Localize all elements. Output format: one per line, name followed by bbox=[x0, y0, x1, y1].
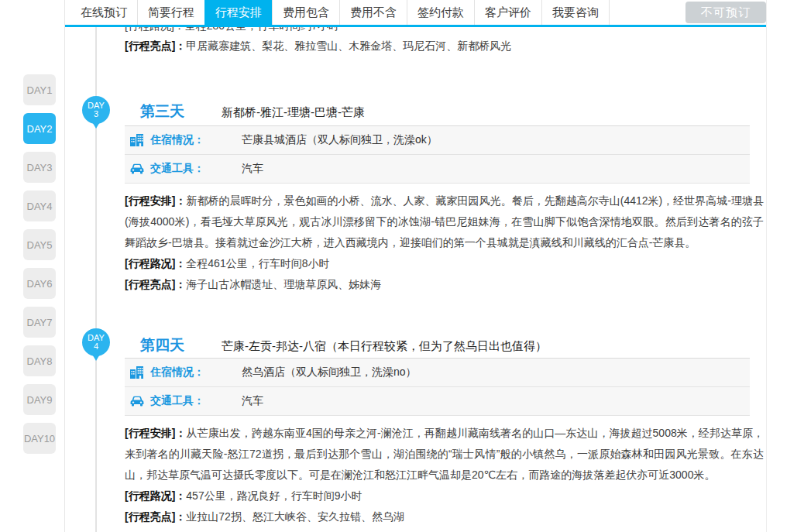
sidebar-item-day7[interactable]: DAY7 bbox=[23, 307, 56, 338]
itinerary-panel: [行程路况]：全程280公里，行车时间约7小时 [行程亮点]：甲居藏寨建筑、梨花… bbox=[64, 0, 767, 532]
tab-consult[interactable]: 我要咨询 bbox=[541, 0, 610, 25]
sidebar-item-day2[interactable]: DAY2 bbox=[23, 113, 56, 144]
car-icon bbox=[130, 395, 144, 407]
highlight-label: [行程亮点]： bbox=[125, 278, 186, 290]
day3-header: 第三天 新都桥-雅江-理塘-巴塘-芒康 bbox=[125, 101, 365, 122]
day4-title: 第四天 bbox=[140, 335, 184, 355]
pin-day-number: 4 bbox=[94, 342, 98, 351]
highlight-text: 甲居藏寨建筑、梨花、雅拉雪山、木雅金塔、玛尼石河、新都桥风光 bbox=[186, 39, 511, 52]
day3-road: [行程路况]：全程461公里，行车时间8小时 bbox=[125, 253, 764, 274]
sidebar-item-day4[interactable]: DAY4 bbox=[23, 190, 56, 221]
pin-day-number: 3 bbox=[94, 110, 98, 118]
tab-customer-review[interactable]: 客户评价 bbox=[474, 0, 541, 25]
day3-lodging-value: 芒康县城酒店（双人标间独卫，洗澡ok） bbox=[242, 133, 438, 147]
tab-online-booking[interactable]: 在线预订 bbox=[70, 0, 137, 25]
previous-day-highlight-line: [行程亮点]：甲居藏寨建筑、梨花、雅拉雪山、木雅金塔、玛尼石河、新都桥风光 bbox=[125, 36, 764, 56]
day4-lodging-label: 住宿情况： bbox=[150, 366, 204, 379]
road-label: [行程路况]： bbox=[125, 489, 186, 502]
day3-lodging-row: 住宿情况： 芒康县城酒店（双人标间独卫，洗澡ok） bbox=[125, 126, 750, 155]
day3-lodging-label: 住宿情况： bbox=[150, 133, 204, 147]
day4-transport-row: 交通工具： 汽车 bbox=[125, 387, 750, 416]
tab-sign-payment[interactable]: 签约付款 bbox=[407, 0, 474, 25]
day4-plan: [行程安排]：从芒康出发，跨越东南亚4国的母亲之河-澜沧江，再翻越川藏南线著名的… bbox=[125, 423, 764, 486]
sidebar-item-day6[interactable]: DAY6 bbox=[23, 268, 56, 299]
book-disabled-button[interactable]: 不可预订 bbox=[685, 2, 766, 23]
day4-transport-label: 交通工具： bbox=[150, 394, 204, 408]
tab-fee-excluded[interactable]: 费用不含 bbox=[339, 0, 407, 25]
day3-description: [行程安排]：新都桥的晨晖时分，景色如画的小桥、流水、人家、藏家田园风光。餐后，… bbox=[125, 190, 764, 295]
highlight-text: 海子山古冰帽遗址、理塘草原风、姊妹海 bbox=[186, 278, 381, 290]
day4-lodging-row: 住宿情况： 然乌酒店（双人标间独卫，洗澡no） bbox=[125, 359, 750, 387]
day3-info-rows: 住宿情况： 芒康县城酒店（双人标间独卫，洗澡ok） 交通工具： 汽车 bbox=[125, 125, 750, 184]
plan-label: [行程安排]： bbox=[125, 427, 187, 439]
day4-lodging-value: 然乌酒店（双人标间独卫，洗澡no） bbox=[242, 366, 417, 379]
day4-description: [行程安排]：从芒康出发，跨越东南亚4国的母亲之河-澜沧江，再翻越川藏南线著名的… bbox=[125, 423, 764, 527]
plan-text: 新都桥的晨晖时分，景色如画的小桥、流水、人家、藏家田园风光。餐后，先翻越高尔寺山… bbox=[125, 194, 764, 249]
tab-brief-itinerary[interactable]: 简要行程 bbox=[137, 0, 204, 25]
highlight-label: [行程亮点]： bbox=[125, 39, 186, 52]
hotel-icon bbox=[130, 134, 144, 146]
highlight-text: 业拉山72拐、怒江大峡谷、安久拉错、然乌湖 bbox=[186, 510, 404, 523]
sidebar-item-day1[interactable]: DAY1 bbox=[23, 74, 56, 105]
day4-route: 芒康-左贡-邦达-八宿（本日行程较紧，但为了然乌日出也值得） bbox=[222, 339, 547, 354]
sidebar-item-day8[interactable]: DAY8 bbox=[23, 345, 56, 376]
sidebar-item-day9[interactable]: DAY9 bbox=[23, 384, 56, 415]
sidebar-item-day3[interactable]: DAY3 bbox=[23, 152, 56, 183]
day4-timeline-pin: DAY 4 bbox=[82, 328, 110, 356]
day4-info-rows: 住宿情况： 然乌酒店（双人标间独卫，洗澡no） 交通工具： 汽车 bbox=[125, 358, 750, 416]
day-sidebar: DAY1 DAY2 DAY3 DAY4 DAY5 DAY6 DAY7 DAY8 … bbox=[23, 74, 57, 462]
hotel-icon bbox=[130, 366, 144, 379]
car-icon bbox=[130, 163, 144, 175]
day3-transport-value: 汽车 bbox=[242, 162, 263, 176]
tab-fee-included[interactable]: 费用包含 bbox=[272, 0, 339, 25]
sidebar-item-day10[interactable]: DAY10 bbox=[23, 423, 56, 454]
day3-route: 新都桥-雅江-理塘-巴塘-芒康 bbox=[222, 105, 365, 120]
highlight-label: [行程亮点]： bbox=[125, 510, 186, 523]
tab-itinerary[interactable]: 行程安排 bbox=[204, 0, 272, 25]
day3-highlight: [行程亮点]：海子山古冰帽遗址、理塘草原风、姊妹海 bbox=[125, 274, 764, 295]
day3-plan: [行程安排]：新都桥的晨晖时分，景色如画的小桥、流水、人家、藏家田园风光。餐后，… bbox=[125, 190, 764, 253]
sidebar-item-day5[interactable]: DAY5 bbox=[23, 229, 56, 260]
day4-header: 第四天 芒康-左贡-邦达-八宿（本日行程较紧，但为了然乌日出也值得） bbox=[125, 335, 547, 355]
day4-transport-value: 汽车 bbox=[242, 394, 263, 408]
day3-title: 第三天 bbox=[140, 101, 184, 122]
day3-timeline-pin: DAY 3 bbox=[82, 96, 110, 124]
road-text: 全程461公里，行车时间8小时 bbox=[186, 257, 329, 269]
road-text: 457公里，路况良好，行车时间9小时 bbox=[186, 489, 362, 502]
section-tab-bar: 在线预订 简要行程 行程安排 费用包含 费用不含 签约付款 客户评价 我要咨询 … bbox=[65, 0, 766, 27]
day4-highlight: [行程亮点]：业拉山72拐、怒江大峡谷、安久拉错、然乌湖 bbox=[125, 506, 764, 527]
plan-label: [行程安排]： bbox=[125, 194, 186, 207]
day4-road: [行程路况]：457公里，路况良好，行车时间9小时 bbox=[125, 486, 764, 506]
road-label: [行程路况]： bbox=[125, 257, 186, 269]
plan-text: 从芒康出发，跨越东南亚4国的母亲之河-澜沧江，再翻越川藏南线著名的山口—东达山，… bbox=[125, 427, 764, 481]
day3-transport-label: 交通工具： bbox=[150, 162, 204, 176]
day3-transport-row: 交通工具： 汽车 bbox=[125, 155, 750, 184]
